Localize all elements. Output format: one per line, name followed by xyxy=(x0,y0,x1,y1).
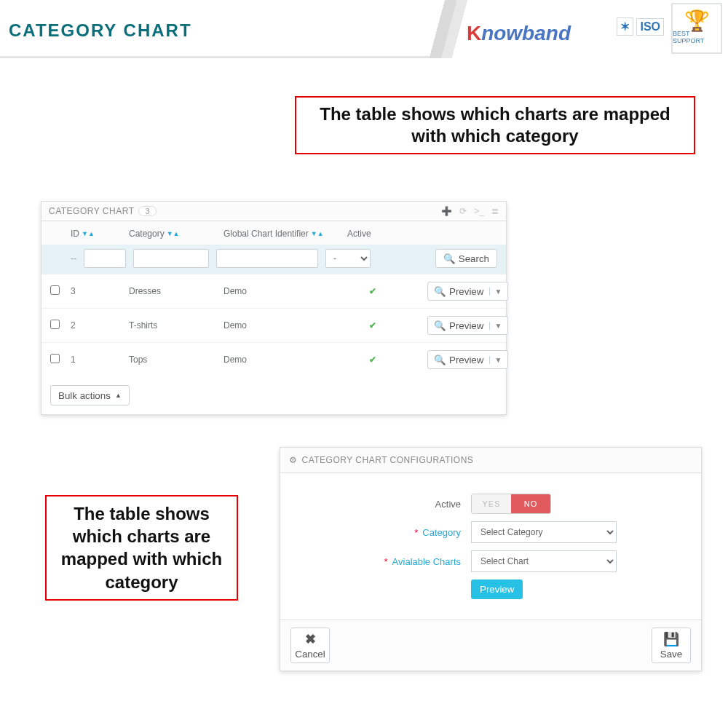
toggle-no[interactable]: NO xyxy=(511,494,550,513)
preview-row-button[interactable]: 🔍Preview▼ xyxy=(427,282,508,301)
cell-active: ✔ xyxy=(347,355,398,365)
filter-row: -- - 🔍 Search xyxy=(41,245,506,274)
callout-top: The table shows which charts are mapped … xyxy=(295,96,695,154)
row-checkbox[interactable] xyxy=(50,320,60,329)
page-title: CATEGORY CHART xyxy=(9,20,192,41)
filter-category-input[interactable] xyxy=(133,249,209,268)
filter-dashes: -- xyxy=(71,253,76,264)
config-title: CATEGORY CHART CONFIGURATIONS xyxy=(302,455,474,465)
preview-button[interactable]: Preview xyxy=(471,579,523,599)
cancel-button[interactable]: ✖ Cancel xyxy=(290,628,330,663)
table-row: 3DressesDemo✔🔍Preview▼ xyxy=(41,274,506,308)
caret-down-icon[interactable]: ▼ xyxy=(489,322,502,330)
listing-title: CATEGORY CHART xyxy=(49,206,134,216)
table-row: 1TopsDemo✔🔍Preview▼ xyxy=(41,342,506,376)
cell-category: Dresses xyxy=(129,286,216,296)
iso-badge-icon: ✶ xyxy=(617,17,633,36)
toggle-yes[interactable]: YES xyxy=(472,494,511,513)
filter-gci-input[interactable] xyxy=(216,249,318,268)
cell-active: ✔ xyxy=(347,286,398,296)
cell-gci: Demo xyxy=(223,286,340,296)
bulk-actions-button[interactable]: Bulk actions ▲ xyxy=(50,385,130,405)
caret-down-icon[interactable]: ▼ xyxy=(489,356,502,364)
listing-count: 3 xyxy=(138,206,157,216)
add-icon[interactable]: ➕ xyxy=(441,206,452,216)
save-button[interactable]: 💾 Save xyxy=(652,628,691,663)
cell-category: T-shirts xyxy=(129,320,216,331)
category-select[interactable]: Select Category xyxy=(471,521,617,543)
knowband-logo: Knowband xyxy=(467,22,571,45)
chart-select[interactable]: Select Chart xyxy=(471,550,617,572)
category-chart-listing: CATEGORY CHART 3 ➕ ⟳ >_ ≣ ID▼▲ Category▼… xyxy=(41,201,507,415)
caret-down-icon[interactable]: ▼ xyxy=(489,288,502,296)
search-button[interactable]: 🔍 Search xyxy=(435,249,497,268)
cell-gci: Demo xyxy=(223,355,340,365)
close-icon: ✖ xyxy=(305,631,316,647)
magnify-icon: 🔍 xyxy=(434,286,446,297)
magnify-icon: 🔍 xyxy=(434,355,446,365)
callout-left: The table shows which charts are mapped … xyxy=(45,495,238,601)
save-icon: 💾 xyxy=(663,631,679,647)
sort-icon[interactable]: ▼▲ xyxy=(82,230,95,237)
terminal-icon[interactable]: >_ xyxy=(474,206,484,216)
filter-id-input[interactable] xyxy=(84,249,126,268)
trophy-icon: 🏆 xyxy=(684,12,710,30)
active-toggle[interactable]: YES NO xyxy=(471,494,551,514)
iso-text: ISO xyxy=(636,18,664,36)
cell-id: 3 xyxy=(71,286,122,296)
search-icon: 🔍 xyxy=(443,253,456,264)
preview-row-button[interactable]: 🔍Preview▼ xyxy=(427,316,508,335)
available-charts-label: Avialable Charts xyxy=(392,556,461,567)
active-label: Active xyxy=(296,499,471,510)
row-checkbox[interactable] xyxy=(50,354,60,363)
cell-gci: Demo xyxy=(223,320,340,331)
refresh-icon[interactable]: ⟳ xyxy=(459,206,467,216)
preview-row-button[interactable]: 🔍Preview▼ xyxy=(427,350,508,369)
category-label: Category xyxy=(422,527,461,538)
table-header: ID▼▲ Category▼▲ Global Chart Identifier▼… xyxy=(41,221,506,245)
caret-up-icon: ▲ xyxy=(115,392,122,399)
cell-category: Tops xyxy=(129,355,216,365)
filter-active-select[interactable]: - xyxy=(325,249,371,268)
gear-icon: ⚙ xyxy=(289,455,298,465)
cell-id: 2 xyxy=(71,320,122,331)
iso-badges: ✶ ISO xyxy=(617,17,664,36)
cell-active: ✔ xyxy=(347,320,398,331)
best-support-badge: 🏆 BEST SUPPORT xyxy=(671,3,722,54)
sort-icon[interactable]: ▼▲ xyxy=(167,230,180,237)
magnify-icon: 🔍 xyxy=(434,320,446,331)
table-row: 2T-shirtsDemo✔🔍Preview▼ xyxy=(41,308,506,342)
category-chart-config: ⚙ CATEGORY CHART CONFIGURATIONS Active Y… xyxy=(280,447,702,671)
cell-id: 1 xyxy=(71,355,122,365)
sort-icon[interactable]: ▼▲ xyxy=(311,230,324,237)
db-icon[interactable]: ≣ xyxy=(491,206,499,216)
row-checkbox[interactable] xyxy=(50,285,60,295)
